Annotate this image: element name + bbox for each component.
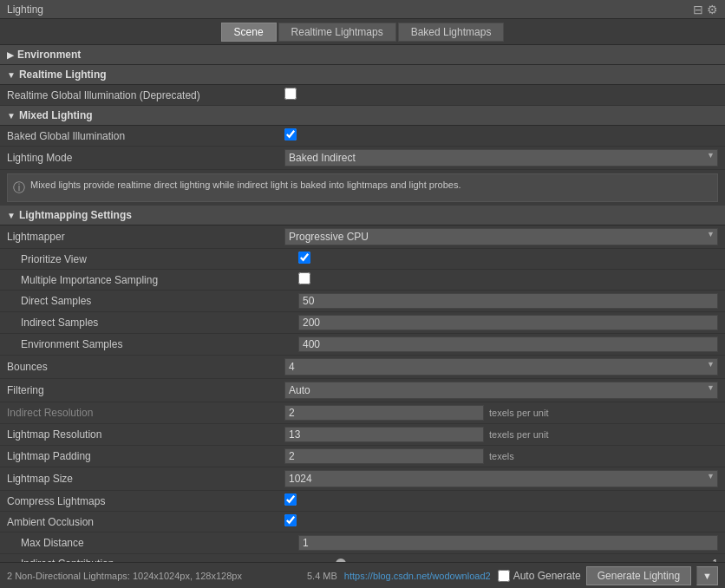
- value-baked-gi: [284, 128, 718, 143]
- label-filtering: Filtering: [7, 384, 284, 396]
- input-direct-samples[interactable]: [298, 293, 718, 309]
- row-indirect-samples: Indirect Samples: [0, 312, 725, 334]
- input-indirect-samples[interactable]: [298, 315, 718, 330]
- label-lightmapper: Lightmapper: [7, 231, 284, 243]
- row-realtime-gi: Realtime Global Illumination (Deprecated…: [0, 85, 725, 106]
- value-mis: [298, 272, 718, 287]
- label-max-distance: Max Distance: [21, 537, 298, 549]
- input-lightmap-resolution[interactable]: [284, 427, 484, 442]
- checkbox-baked-gi[interactable]: [284, 128, 297, 140]
- row-lighting-mode: Lighting Mode Baked Indirect Subtractive…: [0, 147, 725, 170]
- dropdown-wrapper-filtering: AutoManualNone: [284, 382, 718, 399]
- value-prioritize-view: [298, 252, 718, 266]
- value-indirect-samples: [298, 315, 718, 330]
- row-filtering: Filtering AutoManualNone: [0, 379, 725, 402]
- title-bar: Lighting ⊟ ⚙: [0, 0, 725, 19]
- status-link: https://blog.csdn.net/wodownload2: [344, 571, 491, 581]
- section-realtime-lighting[interactable]: ▼ Realtime Lighting: [0, 65, 725, 85]
- dropdown-filtering[interactable]: AutoManualNone: [284, 382, 718, 399]
- value-lightmap-resolution: texels per unit: [284, 427, 718, 442]
- section-lightmapping-label: Lightmapping Settings: [19, 209, 132, 221]
- row-lightmap-resolution: Lightmap Resolution texels per unit: [0, 424, 725, 446]
- generate-area: Auto Generate Generate Lighting ▼: [498, 566, 718, 585]
- suffix-indirect-resolution: texels per unit: [489, 408, 548, 418]
- suffix-lightmap-padding: texels: [489, 451, 514, 461]
- tab-realtime-lightmaps[interactable]: Realtime Lightmaps: [278, 23, 396, 42]
- row-lightmapper: Lightmapper Progressive CPU Progressive …: [0, 225, 725, 249]
- row-compress-lightmaps: Compress Lightmaps: [0, 491, 725, 512]
- section-environment[interactable]: ▶ Environment: [0, 45, 725, 65]
- section-realtime-label: Realtime Lighting: [19, 69, 107, 81]
- checkbox-ambient-occlusion[interactable]: [284, 514, 297, 526]
- settings-icon[interactable]: ⚙: [707, 3, 718, 16]
- row-indirect-resolution: Indirect Resolution texels per unit: [0, 402, 725, 424]
- value-max-distance: [298, 535, 718, 551]
- input-indirect-resolution[interactable]: [284, 405, 484, 421]
- title-bar-controls: ⊟ ⚙: [693, 3, 718, 16]
- value-direct-samples: [298, 293, 718, 309]
- generate-lighting-dropdown-button[interactable]: ▼: [696, 566, 718, 585]
- input-lightmap-padding[interactable]: [284, 448, 484, 464]
- main-content: ▶ Environment ▼ Realtime Lighting Realti…: [0, 45, 725, 562]
- dropdown-wrapper-lighting-mode: Baked Indirect Subtractive Shadowmask: [284, 149, 718, 167]
- section-mixed-lighting[interactable]: ▼ Mixed Lighting: [0, 106, 725, 126]
- value-ambient-occlusion: [284, 514, 718, 529]
- label-lightmap-resolution: Lightmap Resolution: [7, 428, 284, 441]
- value-env-samples: [298, 336, 718, 352]
- value-compress-lightmaps: [284, 493, 718, 508]
- bottom-right: 5.4 MB https://blog.csdn.net/wodownload2…: [307, 566, 718, 585]
- row-lightmap-size: Lightmap Size 256512102420484096: [0, 467, 725, 491]
- arrow-icon: ▼: [7, 111, 16, 121]
- info-box-mixed: ⓘ Mixed lights provide realtime direct l…: [7, 173, 718, 202]
- info-icon: ⓘ: [13, 180, 25, 196]
- row-max-distance: Max Distance: [0, 532, 725, 554]
- dropdown-wrapper-bounces: 12345: [284, 358, 718, 376]
- label-baked-gi: Baked Global Illumination: [7, 130, 284, 142]
- row-bounces: Bounces 12345: [0, 356, 725, 379]
- minimize-icon[interactable]: ⊟: [693, 3, 703, 16]
- tab-baked-lightmaps[interactable]: Baked Lightmaps: [398, 23, 505, 42]
- suffix-lightmap-resolution: texels per unit: [489, 429, 548, 440]
- label-lighting-mode: Lighting Mode: [7, 152, 284, 164]
- input-max-distance[interactable]: [298, 535, 718, 551]
- row-mis: Multiple Importance Sampling: [0, 270, 725, 291]
- row-baked-gi: Baked Global Illumination: [0, 126, 725, 147]
- checkbox-compress-lightmaps[interactable]: [284, 493, 297, 506]
- label-indirect-resolution: Indirect Resolution: [7, 407, 284, 419]
- section-lightmapping[interactable]: ▼ Lightmapping Settings: [0, 206, 725, 225]
- label-bounces: Bounces: [7, 361, 284, 373]
- checkbox-realtime-gi[interactable]: [284, 88, 297, 100]
- value-lightmap-padding: texels: [284, 448, 718, 464]
- label-realtime-gi: Realtime Global Illumination (Deprecated…: [7, 89, 284, 101]
- row-prioritize-view: Prioritize View: [0, 249, 725, 270]
- dropdown-lightmapper[interactable]: Progressive CPU Progressive GPU Enlighte…: [284, 228, 718, 245]
- row-lightmap-padding: Lightmap Padding texels: [0, 446, 725, 467]
- row-ambient-occlusion: Ambient Occlusion: [0, 512, 725, 532]
- checkbox-prioritize-view[interactable]: [298, 252, 310, 264]
- input-env-samples[interactable]: [298, 336, 718, 352]
- label-ambient-occlusion: Ambient Occlusion: [7, 516, 284, 528]
- auto-generate-label: Auto Generate: [498, 570, 581, 582]
- label-compress-lightmaps: Compress Lightmaps: [7, 495, 284, 507]
- window-title: Lighting: [7, 3, 43, 16]
- value-indirect-resolution: texels per unit: [284, 405, 718, 421]
- dropdown-lightmap-size[interactable]: 256512102420484096: [284, 470, 718, 487]
- label-lightmap-padding: Lightmap Padding: [7, 450, 284, 462]
- tab-scene[interactable]: Scene: [221, 23, 277, 42]
- tab-bar: Scene Realtime Lightmaps Baked Lightmaps: [0, 19, 725, 45]
- arrow-icon: ▼: [7, 70, 16, 80]
- generate-lighting-button[interactable]: Generate Lighting: [586, 566, 691, 585]
- section-environment-label: Environment: [17, 49, 81, 61]
- status-lightmaps: 2 Non-Directional Lightmaps: 1024x1024px…: [7, 571, 242, 581]
- label-direct-samples: Direct Samples: [21, 295, 298, 307]
- dropdown-wrapper-lightmap-size: 256512102420484096: [284, 470, 718, 487]
- dropdown-bounces[interactable]: 12345: [284, 358, 718, 376]
- value-realtime-gi: [284, 88, 718, 102]
- checkbox-mis[interactable]: [298, 272, 310, 284]
- dropdown-wrapper-lightmapper: Progressive CPU Progressive GPU Enlighte…: [284, 228, 718, 245]
- info-text-mixed: Mixed lights provide realtime direct lig…: [30, 180, 460, 190]
- checkbox-auto-generate[interactable]: [498, 570, 510, 582]
- dropdown-lighting-mode[interactable]: Baked Indirect Subtractive Shadowmask: [284, 149, 718, 167]
- row-direct-samples: Direct Samples: [0, 291, 725, 312]
- label-lightmap-size: Lightmap Size: [7, 473, 284, 485]
